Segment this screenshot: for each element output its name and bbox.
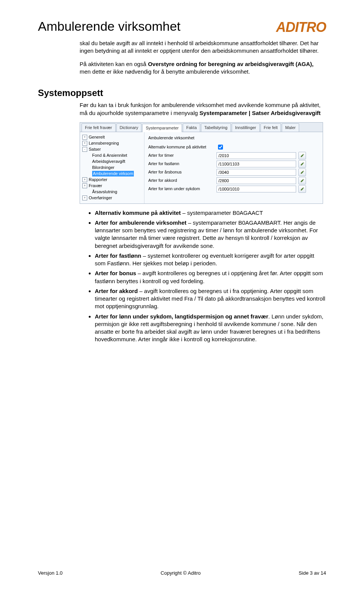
tree-node-label: Generelt: [89, 134, 105, 140]
edit-icon[interactable]: [298, 185, 306, 193]
tab-maler[interactable]: Maler: [282, 123, 299, 132]
tabs-row: Frie felt fraværDictionarySystemparamete…: [80, 123, 323, 132]
tree-node-satser[interactable]: -Satser: [82, 147, 143, 153]
footer-page: Side 3 av 14: [299, 570, 326, 576]
intro-paragraph-1: skal du betale avgift av all inntekt i h…: [80, 39, 326, 55]
tree-node-generelt[interactable]: +Generelt: [82, 134, 143, 140]
footer-version: Versjon 1.0: [38, 570, 63, 576]
tree-node-label: Lønnsberegning: [89, 140, 119, 146]
intro-p2-pre: På aktiviteten kan en også: [80, 61, 148, 67]
form-row: Arter for timer: [148, 151, 319, 160]
tab-innstillinger[interactable]: Innstillinger: [232, 123, 260, 132]
edit-icon[interactable]: [298, 169, 306, 176]
footer-copyright: Copyright © Aditro: [161, 570, 201, 576]
app-screenshot: Frie felt fraværDictionarySystemparamete…: [80, 122, 323, 204]
form-label: Arter for fastlønn: [148, 161, 217, 167]
tree-node-label: Arbeidsgiveravgift: [92, 159, 125, 164]
tree-node-arbeidsgiveravgift[interactable]: Arbeidsgiveravgift: [82, 159, 143, 165]
bullet-desc: – systemparameter B0AGAACT: [181, 210, 263, 216]
form-row: Arter for akkord: [148, 177, 319, 185]
bullet-term: Alternativ kommune på aktivitet: [95, 210, 181, 216]
bullet-item: Arter for ambulerende virksomhet – syste…: [95, 219, 326, 250]
tree-node-label: Ambulerende virksom: [92, 171, 134, 177]
tree-node-overf-ringer[interactable]: +Overføringer: [82, 195, 143, 201]
bullet-item: Arter for bonus – avgift kontrolleres og…: [95, 269, 326, 285]
collapse-icon[interactable]: -: [82, 147, 87, 152]
bullet-term: Arter for bonus: [95, 270, 136, 276]
bullet-term: Arter for fastlønn: [95, 252, 141, 259]
expand-icon[interactable]: +: [82, 141, 87, 146]
page-footer: Versjon 1.0 Copyright © Aditro Side 3 av…: [38, 570, 326, 576]
form-label: Arter for timer: [148, 153, 217, 158]
bullet-list: Alternativ kommune på aktivitet – system…: [80, 209, 326, 344]
tree-node-label: Fond & Ansiennitet: [92, 153, 127, 158]
tree-node-ambulerende-virksom[interactable]: Ambulerende virksom: [82, 171, 143, 177]
intro-paragraph-2: På aktiviteten kan en også Overstyre ord…: [80, 60, 326, 76]
form-row: Alternativ kommune på aktivitet: [148, 143, 319, 151]
checkbox-alternativ-kommune-p-aktivitet[interactable]: [218, 145, 223, 150]
tree-panel: +Generelt+Lønnsberegning-SatserFond & An…: [80, 132, 144, 203]
bullet-item: Alternativ kommune på aktivitet – system…: [95, 209, 326, 217]
tab-frie-felt-fravær[interactable]: Frie felt fravær: [82, 123, 116, 132]
input-arter-for-fastl-nn[interactable]: [217, 161, 296, 167]
form-row: Arter for lønn under sykdom: [148, 185, 319, 193]
expand-icon[interactable]: +: [82, 177, 87, 182]
form-panel: Ambulerende virksomhet Alternativ kommun…: [144, 132, 323, 203]
expand-icon[interactable]: +: [82, 183, 87, 188]
tree-node-rapporter[interactable]: +Rapporter: [82, 177, 143, 183]
tree-node-label: Bilordninger: [92, 165, 115, 170]
intro-p2-bold: Overstyre ordning for beregning av arbei…: [148, 61, 314, 67]
tree-node-fond-ansiennitet[interactable]: Fond & Ansiennitet: [82, 153, 143, 159]
tab-tabellstyring[interactable]: Tabellstyring: [201, 123, 231, 132]
tree-node-label: Overføringer: [89, 195, 112, 201]
form-label: Arter for akkord: [148, 178, 217, 183]
tab-fakta[interactable]: Fakta: [183, 123, 200, 132]
edit-icon[interactable]: [298, 152, 306, 159]
bullet-item: Arter for akkord – avgift kontrolleres o…: [95, 287, 326, 310]
bullet-term: Arter for lønn under sykdom, langtidsper…: [95, 313, 268, 320]
input-arter-for-l-nn-under-sykdom[interactable]: [217, 186, 296, 192]
tab-dictionary[interactable]: Dictionary: [116, 123, 142, 132]
bullet-item: Arter for lønn under sykdom, langtidsper…: [95, 313, 326, 344]
form-label: Arter for årsbonus: [148, 169, 217, 175]
input-arter-for-timer[interactable]: [217, 152, 296, 159]
input-arter-for-akkord[interactable]: [217, 177, 296, 184]
intro-p2-post: men dette er ikke nødvendig for å benytt…: [80, 68, 250, 75]
form-label: Arter for lønn under sykdom: [148, 186, 217, 192]
bullet-term: Arter for akkord: [95, 288, 138, 294]
tree-node--rsavslutning[interactable]: Årsavslutning: [82, 189, 143, 195]
tree-node-l-nnsberegning[interactable]: +Lønnsberegning: [82, 140, 143, 147]
edit-icon[interactable]: [298, 177, 306, 184]
tree-node-frav-r[interactable]: +Fravær: [82, 183, 143, 189]
tree-node-label: Rapporter: [89, 177, 107, 183]
tab-systemparameter[interactable]: Systemparameter: [142, 124, 182, 132]
form-row: Arter for årsbonus: [148, 168, 319, 177]
tree-node-label: Årsavslutning: [92, 189, 117, 195]
form-label: Alternativ kommune på aktivitet: [148, 144, 217, 150]
edit-icon[interactable]: [298, 160, 306, 168]
page-title: Ambulerende virksomhet: [38, 19, 180, 34]
expand-icon[interactable]: +: [82, 135, 87, 140]
tab-frie-felt[interactable]: Frie felt: [260, 123, 281, 132]
tree-node-label: Fravær: [89, 183, 102, 189]
section-lead-bold: Systemparameter | Satser Arbeidsgiveravg…: [199, 110, 321, 116]
brand-logo: ADITRO: [276, 19, 326, 34]
form-row: Arter for fastlønn: [148, 160, 319, 168]
tree-node-label: Satser: [89, 147, 101, 152]
expand-icon[interactable]: +: [82, 195, 87, 200]
section-heading-systemoppsett: Systemoppsett: [38, 87, 326, 99]
bullet-term: Arter for ambulerende virksomhet: [95, 219, 187, 226]
tree-node-bilordninger[interactable]: Bilordninger: [82, 165, 143, 171]
form-title: Ambulerende virksomhet: [148, 134, 319, 143]
input-arter-for-rsbonus[interactable]: [217, 169, 296, 176]
bullet-item: Arter for fastlønn – systemet kontroller…: [95, 252, 326, 268]
